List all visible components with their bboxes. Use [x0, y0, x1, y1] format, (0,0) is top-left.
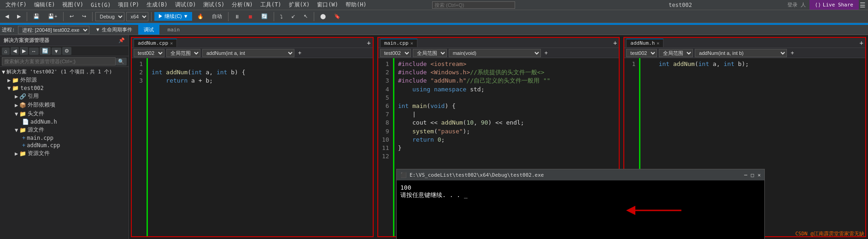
win-btn-manage[interactable]: ☰	[859, 1, 866, 9]
menu-item-build[interactable]: 生成(B)	[143, 0, 171, 10]
tree-item-sources[interactable]: ▼ 📁 源文件	[0, 125, 129, 134]
toolbar-sep1	[27, 12, 27, 21]
sidebar-btn-sync[interactable]: ↔	[29, 48, 39, 55]
live-share-button[interactable]: ⟨⟩ Live Share	[809, 0, 859, 10]
menu-item-window[interactable]: 窗口(W)	[313, 0, 342, 10]
panel3-add-icon[interactable]: +	[791, 50, 794, 56]
panel2-project-select[interactable]: test002	[380, 49, 411, 57]
terminal-close-button[interactable]: ✕	[757, 172, 761, 178]
toolbar-step-over[interactable]: ⤵	[277, 12, 286, 21]
toolbar-save[interactable]: 💾	[30, 12, 43, 21]
sidebar-btn-forward[interactable]: ▶	[20, 47, 28, 55]
sidebar-pin-icon[interactable]: 📌	[118, 37, 125, 43]
toolbar-step-out[interactable]: ↖	[300, 12, 311, 21]
panel1-code-lines[interactable]: int addNum(int a, int b) { return a + b;	[148, 58, 373, 236]
menu-item-test[interactable]: 测试(S)	[199, 0, 228, 10]
tab-addnum-h[interactable]: addNum.h ✕	[626, 39, 663, 47]
menu-item-project[interactable]: 项目(P)	[114, 0, 143, 10]
toolbar-save-all[interactable]: 💾+	[45, 12, 60, 21]
toolbar-stop[interactable]: ⏹	[245, 12, 256, 21]
sidebar-title-label: 解决方案资源管理器	[4, 37, 49, 44]
tab-main-cpp[interactable]: main.cpp ✕	[380, 39, 417, 47]
menu-item-analyze[interactable]: 分析(N)	[228, 0, 257, 10]
panel3-tab-bar: addNum.h ✕ +	[624, 38, 865, 48]
sidebar-btn-home[interactable]: ⌂	[2, 48, 10, 55]
panel1-code-content[interactable]: 1 2 3 int addNum(int a, int b) { return …	[132, 58, 373, 236]
terminal-minimize-button[interactable]: ─	[744, 172, 747, 178]
tree-item-headers[interactable]: ▼ 📁 头文件	[0, 109, 129, 118]
tree-item-external-src[interactable]: ▶ 📁 外部源	[0, 76, 129, 84]
sidebar-btn-refresh[interactable]: 🔄	[40, 47, 51, 55]
menu-item-file[interactable]: 文件(F)	[2, 0, 30, 10]
sidebar-btn-back[interactable]: ◀	[11, 47, 19, 55]
menu-item-edit[interactable]: 编辑(E)	[30, 0, 59, 10]
tree-item-references[interactable]: ▶ 🔗 引用	[0, 92, 129, 101]
tab-main[interactable]: main	[162, 25, 186, 35]
main-layout: 解决方案资源管理器 📌 ⌂ ◀ ▶ ↔ 🔄 ▼ ⚙ 🔍 ▼ 解决方案 'test…	[0, 35, 868, 239]
menu-item-tools[interactable]: 工具(T)	[257, 0, 285, 10]
menu-item-extensions[interactable]: 扩展(X)	[285, 0, 314, 10]
terminal-content: 100 请按任意键继续. . . _	[397, 180, 764, 239]
debug-mode-select[interactable]: Debug	[95, 12, 124, 21]
attach-button[interactable]: 🔥	[194, 12, 207, 21]
sidebar-btn-filter[interactable]: ▼	[52, 48, 61, 55]
panel2-add-tab[interactable]: +	[613, 39, 617, 47]
panel3-add-tab[interactable]: +	[860, 39, 863, 47]
tab-debug[interactable]: 调试	[138, 25, 159, 35]
tree-item-addnum-cpp[interactable]: + addNum.cpp	[0, 142, 129, 149]
toolbar-sep5	[228, 12, 229, 21]
panel2-add-icon[interactable]: +	[545, 50, 548, 56]
sidebar-search-button[interactable]: 🔍	[116, 58, 127, 66]
panel1-func-select[interactable]: addNum(int a, int	[202, 49, 294, 57]
toolbar-undo[interactable]: ↩	[66, 12, 77, 21]
toolbar-back[interactable]: ◀	[2, 12, 12, 21]
panel3-scope-select[interactable]: 全局范围	[659, 49, 693, 57]
continue-button[interactable]: ▶ 继续(C) ▼	[154, 12, 192, 21]
tree-item-label: addNum.h	[30, 119, 57, 125]
sidebar-search-input[interactable]	[2, 57, 116, 66]
panel3-project-select[interactable]: test002	[626, 49, 657, 57]
panel2-func-select[interactable]: main(void)	[449, 49, 541, 57]
tab-close-icon[interactable]: ✕	[657, 41, 659, 46]
search-input[interactable]	[432, 1, 515, 9]
process-selector[interactable]: 进程: [20048] test002.exe	[18, 26, 89, 34]
csdn-watermark: CSDN @江南霹雳堂雷家雷无缺	[795, 230, 864, 237]
tree-item-test002[interactable]: ▼ 📁 test002	[0, 84, 129, 92]
toolbar-bookmark[interactable]: 🔖	[331, 12, 344, 21]
menu-item-view[interactable]: 视图(V)	[59, 0, 87, 10]
panel2-scope-select[interactable]: 全局范围	[413, 49, 447, 57]
tree-item-main-cpp[interactable]: + main.cpp	[0, 134, 129, 142]
toolbar-redo[interactable]: ↪	[79, 12, 89, 21]
tab-addnum-cpp[interactable]: addNum.cpp ✕	[134, 39, 177, 47]
tree-item-addnum-h[interactable]: 📄 addNum.h	[0, 118, 129, 125]
panel1-project-select[interactable]: test002	[134, 49, 164, 57]
lifecycle-button[interactable]: ▼ 生命周期事件	[92, 25, 135, 35]
panel1-scope-select[interactable]: 全局范围	[166, 49, 200, 57]
panel3-func-select[interactable]: addNum(int a, int b)	[695, 49, 787, 57]
panel1-add-tab[interactable]: +	[367, 39, 370, 47]
tree-item-external-deps[interactable]: ▶ 📦 外部依赖项	[0, 101, 129, 109]
file-type-icon: +	[22, 142, 25, 149]
tree-item-resources[interactable]: ▶ 📁 资源文件	[0, 149, 129, 158]
menu-item-debug[interactable]: 调试(D)	[171, 0, 200, 10]
toolbar-step-into[interactable]: ↙	[288, 12, 299, 21]
auto-button[interactable]: 自动	[209, 12, 225, 21]
login-label[interactable]: 登录 人	[787, 1, 806, 8]
panel2-line-numbers: 1 2 3 4 5 6 7 8 9 10 11 12	[378, 58, 393, 236]
tab-close-icon[interactable]: ✕	[411, 41, 413, 46]
tab-close-icon[interactable]: ✕	[170, 41, 173, 46]
terminal-window-controls: ─ □ ✕	[744, 172, 761, 178]
menu-item-help[interactable]: 帮助(H)	[342, 0, 370, 10]
tree-item-solution[interactable]: ▼ 解决方案 'test002' (1 个项目，共 1 个)	[0, 68, 129, 76]
toolbar-pause[interactable]: ⏸	[231, 12, 243, 21]
terminal-maximize-button[interactable]: □	[751, 172, 754, 178]
menu-item-git[interactable]: Git(G)	[87, 0, 114, 10]
platform-select[interactable]: x64	[126, 12, 148, 21]
toolbar-forward[interactable]: ▶	[14, 12, 24, 21]
sidebar-btn-settings[interactable]: ⚙	[62, 47, 71, 55]
toolbar-sep4	[151, 12, 152, 21]
tree-item-label: addNum.cpp	[27, 142, 60, 149]
toolbar-breakpoints[interactable]: ⬤	[317, 12, 329, 21]
panel1-add-icon[interactable]: +	[298, 50, 301, 56]
toolbar-restart[interactable]: 🔄	[258, 12, 271, 21]
